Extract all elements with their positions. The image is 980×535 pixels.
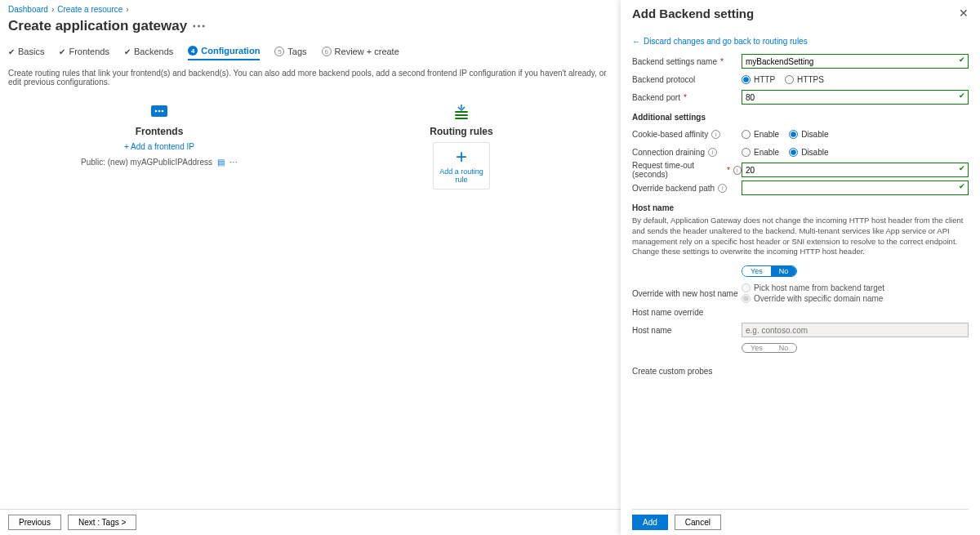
routing-rules-column: Routing rules + Add a routing rule	[372, 101, 551, 189]
chevron-right-icon: ›	[51, 5, 54, 14]
breadcrumb-dashboard[interactable]: Dashboard	[8, 5, 48, 14]
svg-rect-4	[455, 111, 468, 113]
configuration-canvas: Frontends + Add a frontend IP Public: (n…	[8, 101, 612, 189]
frontend-ip-row: Public: (new) myAGPublicIPAddress ▤ ⋯	[69, 158, 249, 167]
page-title-text: Create application gateway	[8, 18, 187, 34]
svg-point-2	[158, 110, 161, 113]
protocol-http-radio[interactable]: HTTP	[742, 75, 775, 84]
cancel-button[interactable]: Cancel	[675, 515, 721, 530]
label-protocol: Backend protocol	[632, 75, 695, 84]
chevron-right-icon: ›	[126, 5, 128, 14]
label-draining: Connection draining	[632, 148, 705, 157]
label-timeout: Request time-out (seconds)	[632, 161, 724, 179]
label-override-path: Override backend path	[632, 184, 715, 193]
close-icon[interactable]: ✕	[959, 7, 969, 20]
label-port: Backend port	[632, 93, 680, 102]
override-specific-radio[interactable]: Override with specific domain name	[742, 294, 969, 303]
label-name: Backend settings name	[632, 57, 717, 66]
tab-basics[interactable]: Basics	[8, 46, 44, 60]
affinity-enable-radio[interactable]: Enable	[742, 130, 779, 139]
routing-rules-icon	[451, 101, 472, 123]
add-backend-setting-panel: Add Backend setting ✕ ← Discard changes …	[621, 0, 980, 535]
tab-review-create[interactable]: 6Review + create	[322, 46, 399, 60]
tab-backends[interactable]: Backends	[124, 46, 173, 60]
row-more-icon[interactable]: ⋯	[229, 158, 238, 167]
label-override-new: Override with new host name	[632, 289, 738, 298]
previous-button[interactable]: Previous	[8, 515, 61, 530]
info-icon[interactable]: i	[708, 148, 717, 157]
draining-enable-radio[interactable]: Enable	[742, 148, 779, 157]
draining-disable-radio[interactable]: Disable	[789, 148, 828, 157]
wizard-footer: Previous Next : Tags >	[0, 509, 621, 535]
svg-point-3	[162, 110, 164, 113]
frontend-ip-label: Public: (new) myAGPublicIPAddress	[81, 158, 212, 167]
wizard-tabs: Basics Frontends Backends 4Configuration…	[8, 46, 612, 60]
panel-title: Add Backend setting	[632, 7, 754, 20]
check-icon	[8, 47, 15, 56]
hostname-note: By default, Application Gateway does not…	[632, 216, 969, 257]
toggle-no: No	[771, 266, 797, 276]
main-area: Dashboard › Create a resource › Create a…	[0, 0, 621, 535]
add-button[interactable]: Add	[632, 515, 668, 530]
info-icon[interactable]: i	[733, 166, 742, 175]
step-number-icon: 5	[274, 47, 284, 56]
tab-frontends[interactable]: Frontends	[59, 46, 109, 60]
add-rule-text: Add a routing rule	[437, 167, 486, 184]
hostname-heading: Host name	[632, 203, 969, 212]
toggle-yes: Yes	[742, 266, 771, 276]
panel-footer: Add Cancel	[632, 509, 969, 535]
pick-from-backend-radio[interactable]: Pick host name from backend target	[742, 283, 969, 292]
label-host-override: Host name override	[632, 308, 703, 317]
info-icon[interactable]: i	[718, 184, 727, 193]
next-button[interactable]: Next : Tags >	[68, 515, 136, 530]
protocol-https-radio[interactable]: HTTPS	[785, 75, 824, 84]
info-icon[interactable]: i	[711, 130, 720, 139]
override-hostname-toggle[interactable]: Yes No	[742, 265, 797, 277]
routing-rules-title: Routing rules	[372, 126, 551, 137]
breadcrumb-create-resource[interactable]: Create a resource	[57, 5, 122, 14]
edit-icon[interactable]: ▤	[217, 158, 225, 167]
override-backend-path-input[interactable]	[742, 181, 969, 195]
check-icon	[59, 47, 65, 56]
frontends-title: Frontends	[69, 126, 249, 137]
host-name-input	[742, 323, 969, 337]
affinity-disable-radio[interactable]: Disable	[789, 130, 828, 139]
label-custom-probes: Create custom probes	[632, 367, 712, 376]
svg-rect-5	[455, 114, 468, 116]
page-title: Create application gateway ⋯	[8, 17, 612, 34]
plus-icon: +	[437, 149, 486, 164]
request-timeout-input[interactable]	[742, 163, 969, 177]
breadcrumb: Dashboard › Create a resource ›	[8, 5, 612, 14]
backend-settings-name-input[interactable]	[742, 54, 969, 69]
tab-configuration[interactable]: 4Configuration	[188, 46, 260, 60]
svg-point-1	[155, 110, 158, 113]
check-icon	[124, 47, 131, 56]
arrow-left-icon: ←	[632, 37, 640, 46]
frontends-icon	[149, 101, 170, 123]
backend-port-input[interactable]	[742, 90, 969, 105]
backend-setting-form: Backend settings name * Backend protocol…	[632, 52, 969, 380]
step-number-icon: 6	[322, 47, 332, 56]
label-affinity: Cookie-based affinity	[632, 130, 708, 139]
more-icon[interactable]: ⋯	[192, 17, 206, 34]
frontends-column: Frontends + Add a frontend IP Public: (n…	[69, 101, 249, 189]
add-routing-rule-card[interactable]: + Add a routing rule	[433, 142, 490, 189]
hostname-yesno-toggle: YesNo	[742, 343, 797, 353]
svg-rect-6	[455, 118, 468, 119]
instruction-text: Create routing rules that link your fron…	[8, 69, 612, 87]
label-host: Host name	[632, 326, 671, 335]
step-current-icon: 4	[188, 46, 198, 56]
additional-settings-heading: Additional settings	[632, 113, 969, 122]
add-frontend-ip-link[interactable]: + Add a frontend IP	[69, 142, 249, 151]
tab-tags[interactable]: 5Tags	[274, 46, 306, 60]
discard-link[interactable]: ← Discard changes and go back to routing…	[632, 37, 969, 46]
